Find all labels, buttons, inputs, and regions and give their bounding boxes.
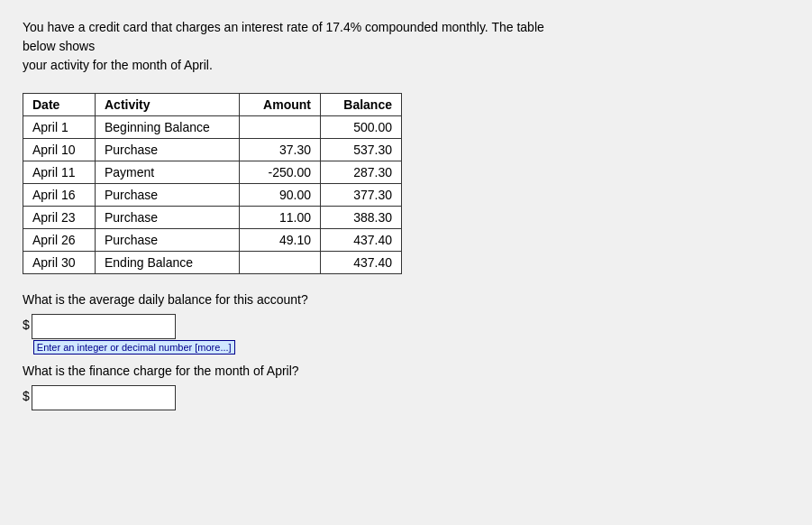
cell-amount: 49.10 xyxy=(240,229,321,252)
cell-date: April 23 xyxy=(23,207,96,229)
cell-date: April 16 xyxy=(23,184,96,207)
cell-activity: Payment xyxy=(96,161,240,184)
cell-date: April 11 xyxy=(23,161,96,184)
cell-activity: Beginning Balance xyxy=(96,116,240,139)
cell-balance: 537.30 xyxy=(321,139,402,161)
cell-balance: 437.40 xyxy=(321,252,402,274)
cell-balance: 287.30 xyxy=(321,161,402,184)
cell-activity: Ending Balance xyxy=(96,252,240,274)
col-header-amount: Amount xyxy=(240,94,321,116)
cell-activity: Purchase xyxy=(96,139,240,161)
table-row: April 16Purchase90.00377.30 xyxy=(23,184,402,207)
dollar-sign-2: $ xyxy=(23,389,30,403)
activity-table-wrapper: Date Activity Amount Balance April 1Begi… xyxy=(23,93,789,274)
col-header-balance: Balance xyxy=(321,94,402,116)
table-row: April 30Ending Balance437.40 xyxy=(23,252,402,274)
cell-date: April 26 xyxy=(23,229,96,252)
table-header-row: Date Activity Amount Balance xyxy=(23,94,402,116)
dollar-sign-1: $ xyxy=(23,318,30,332)
cell-activity: Purchase xyxy=(96,207,240,229)
input-hint: Enter an integer or decimal number [more… xyxy=(33,340,235,355)
cell-amount xyxy=(240,116,321,139)
cell-activity: Purchase xyxy=(96,229,240,252)
cell-amount: -250.00 xyxy=(240,161,321,184)
cell-date: April 10 xyxy=(23,139,96,161)
cell-date: April 1 xyxy=(23,116,96,139)
table-row: April 26Purchase49.10437.40 xyxy=(23,229,402,252)
input-container-1: Enter an integer or decimal number [more… xyxy=(32,314,235,355)
col-header-date: Date xyxy=(23,94,96,116)
col-header-activity: Activity xyxy=(96,94,240,116)
description: You have a credit card that charges an i… xyxy=(23,18,563,75)
cell-activity: Purchase xyxy=(96,184,240,207)
table-row: April 1Beginning Balance500.00 xyxy=(23,116,402,139)
average-balance-input[interactable] xyxy=(32,314,176,339)
table-row: April 11Payment-250.00287.30 xyxy=(23,161,402,184)
question2-input-group: $ xyxy=(23,385,789,410)
finance-charge-input[interactable] xyxy=(32,385,176,410)
cell-amount: 90.00 xyxy=(240,184,321,207)
cell-balance: 437.40 xyxy=(321,229,402,252)
cell-balance: 377.30 xyxy=(321,184,402,207)
cell-amount: 37.30 xyxy=(240,139,321,161)
question1-text: What is the average daily balance for th… xyxy=(23,292,789,307)
table-row: April 23Purchase11.00388.30 xyxy=(23,207,402,229)
cell-amount: 11.00 xyxy=(240,207,321,229)
activity-table: Date Activity Amount Balance April 1Begi… xyxy=(23,93,402,274)
cell-balance: 388.30 xyxy=(321,207,402,229)
question2-text: What is the finance charge for the month… xyxy=(23,364,789,378)
question1-input-group: $ Enter an integer or decimal number [mo… xyxy=(23,314,789,355)
cell-date: April 30 xyxy=(23,252,96,274)
table-row: April 10Purchase37.30537.30 xyxy=(23,139,402,161)
cell-balance: 500.00 xyxy=(321,116,402,139)
cell-amount xyxy=(240,252,321,274)
